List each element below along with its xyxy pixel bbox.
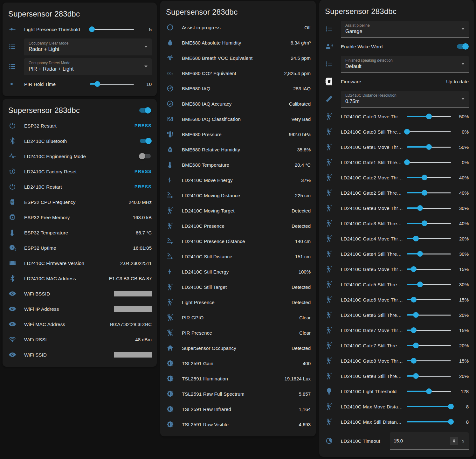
entity-row[interactable]: LD2410C Factory ResetPRESS <box>3 164 157 179</box>
slider-thumb[interactable] <box>411 266 417 272</box>
entity-row[interactable]: LD2410C MAC AddressE1:C3:B3:CB:BA:87 <box>3 271 157 286</box>
entity-row[interactable]: LD2410C Gate8 Still Thres…20% <box>319 368 474 384</box>
entity-row[interactable]: LD2410C Moving TargetDetected <box>160 203 316 218</box>
entity-row[interactable]: ESP32 Uptime16:01:05 <box>3 240 157 255</box>
entity-row[interactable]: LD2410C Gate6 Still Thres…20% <box>319 307 474 323</box>
entity-row[interactable]: LD2410C Max Move Dista…8 <box>319 399 474 414</box>
entity-row[interactable]: LD2410C Gate5 Move Thr…15% <box>319 261 474 277</box>
entity-row[interactable]: LD2410C Gate1 Still Thres…0% <box>319 155 474 170</box>
entity-row[interactable]: Light PresenceDetected <box>160 295 316 310</box>
entity-row[interactable]: LD2410C Gate7 Still Thres…20% <box>319 338 474 353</box>
entity-row[interactable]: Assist in progressOff <box>160 20 316 35</box>
entity-row[interactable]: TSL2591 Raw Visible4,693 <box>160 417 316 432</box>
entity-row[interactable]: PIR GPIOClear <box>160 310 316 325</box>
entity-row[interactable]: LD2410C Gate0 Still Thres…0% <box>319 124 474 139</box>
entity-row[interactable]: ESP32 Temperature66.7 °C <box>3 225 157 240</box>
slider-thumb[interactable] <box>413 312 419 318</box>
entity-row[interactable]: LD2410C Max Still Distanc…8 <box>319 414 474 429</box>
slider[interactable] <box>407 129 451 135</box>
card-header-toggle[interactable] <box>138 107 151 114</box>
slider-thumb[interactable] <box>411 297 417 303</box>
entity-row[interactable]: ESP32 RestartPRESS <box>3 118 157 133</box>
entity-row[interactable]: PIR PresenceClear <box>160 325 316 340</box>
slider[interactable] <box>407 327 451 333</box>
toggle-thumb[interactable] <box>462 43 469 50</box>
entity-row[interactable]: LD2410C Gate4 Still Thres…30% <box>319 246 474 261</box>
stepper-buttons[interactable] <box>450 437 458 445</box>
entity-row[interactable]: ESP32 Free Memory163.0 kB <box>3 210 157 225</box>
slider-thumb[interactable] <box>413 373 419 379</box>
entity-row[interactable]: WiFi BSSID <box>3 286 157 301</box>
slider[interactable] <box>407 113 451 120</box>
entity-row[interactable]: CO2BME680 CO2 Equivalent2,825.4 ppm <box>160 66 316 81</box>
entity-row[interactable]: WiFi MAC AddressB0:A7:32:28:3D:BC <box>3 316 157 332</box>
press-button[interactable]: PRESS <box>135 169 152 174</box>
slider[interactable] <box>407 159 451 165</box>
entity-row[interactable]: BME680 Breath VOC Equivalent24.5 ppm <box>160 50 316 66</box>
entity-row[interactable]: TSL2591 Gain400 <box>160 356 316 371</box>
entity-row[interactable]: LD2410C Gate7 Move Thr…15% <box>319 323 474 338</box>
entity-row[interactable]: Occupancy Clear ModeRadar + Light <box>3 37 157 57</box>
select-field[interactable]: Assist pipelineGarage <box>341 21 469 38</box>
slider[interactable] <box>407 296 451 303</box>
entity-row[interactable]: LD2410C Moving Distance225 cm <box>160 188 316 203</box>
press-button[interactable]: PRESS <box>135 184 152 189</box>
slider-thumb[interactable] <box>404 159 410 165</box>
slider-thumb[interactable] <box>417 282 423 287</box>
entity-row[interactable]: Occupancy Detect ModePIR + Radar + Light <box>3 57 157 76</box>
entity-row[interactable]: Assist pipelineGarage <box>319 19 474 39</box>
entity-row[interactable]: LD2410C Gate2 Still Thres…40% <box>319 185 474 200</box>
entity-row[interactable]: LD2410C Presence Distance140 cm <box>160 233 316 249</box>
entity-row[interactable]: BME680 IAQ283 IAQ <box>160 81 316 96</box>
entity-row[interactable]: LD2410C Still Distance151 cm <box>160 249 316 264</box>
slider-thumb[interactable] <box>417 205 423 211</box>
slider-thumb[interactable] <box>413 343 419 348</box>
slider-thumb[interactable] <box>411 358 417 364</box>
slider[interactable] <box>90 26 134 32</box>
entity-row[interactable]: TSL2591 Raw Infrared1,164 <box>160 401 316 417</box>
slider-thumb[interactable] <box>426 114 432 119</box>
slider[interactable] <box>407 251 451 257</box>
entity-row[interactable]: LD2410C Gate1 Move Thr…50% <box>319 139 474 155</box>
entity-row[interactable]: LD2410C Distance Resolution0.75m <box>319 89 474 109</box>
slider-thumb[interactable] <box>422 190 427 196</box>
entity-row[interactable]: FirmwareUp-to-date <box>319 74 474 89</box>
slider-thumb[interactable] <box>448 419 454 425</box>
slider[interactable] <box>407 388 451 394</box>
slider[interactable] <box>407 358 451 364</box>
slider[interactable] <box>407 403 451 410</box>
number-input-value[interactable]: 15.0 <box>394 438 450 443</box>
entity-row[interactable]: LD2410C Gate0 Move Thr…50% <box>319 109 474 124</box>
entity-row[interactable]: BME680 IAQ AccuracyCalibrated <box>160 96 316 111</box>
entity-row[interactable]: SuperSensor OccupancyDetected <box>160 340 316 356</box>
slider[interactable] <box>90 81 134 87</box>
entity-row[interactable]: Enable Wake Word <box>319 39 474 54</box>
slider-thumb[interactable] <box>448 404 454 409</box>
slider[interactable] <box>407 235 451 242</box>
press-button[interactable]: PRESS <box>135 123 152 128</box>
entity-row[interactable]: 32ESP32 CPU Frequency240.0 MHz <box>3 194 157 210</box>
slider[interactable] <box>407 312 451 318</box>
entity-row[interactable]: TSL2591 Raw Full Spectrum5,857 <box>160 386 316 401</box>
slider[interactable] <box>407 419 451 425</box>
slider[interactable] <box>407 190 451 196</box>
chevron-down-icon[interactable] <box>453 441 455 443</box>
entity-row[interactable]: PIR Hold Time10 <box>3 76 157 92</box>
toggle-thumb[interactable] <box>145 107 151 114</box>
entity-row[interactable]: LD2410C Bluetooth <box>3 133 157 149</box>
entity-row[interactable]: BME680 Pressure992.0 hPa <box>160 127 316 142</box>
slider[interactable] <box>407 144 451 150</box>
entity-row[interactable]: LD2410C RestartPRESS <box>3 179 157 194</box>
toggle[interactable] <box>139 153 152 159</box>
slider-thumb[interactable] <box>413 236 419 241</box>
toggle-thumb[interactable] <box>139 153 145 159</box>
entity-row[interactable]: LD2410C Gate4 Move Thr…20% <box>319 231 474 246</box>
entity-row[interactable]: Light Presence Threshold5 <box>3 22 157 37</box>
chevron-up-icon[interactable] <box>453 439 455 441</box>
slider-thumb[interactable] <box>404 129 410 135</box>
entity-row[interactable]: BME680 Relative Humidity35.8% <box>160 142 316 157</box>
select-field[interactable]: LD2410C Distance Resolution0.75m <box>341 91 469 108</box>
entity-row[interactable]: WiFi IP Address <box>3 301 157 316</box>
slider-thumb[interactable] <box>426 388 432 394</box>
entity-row[interactable]: LD2410C Timeout15.0s <box>319 429 474 452</box>
